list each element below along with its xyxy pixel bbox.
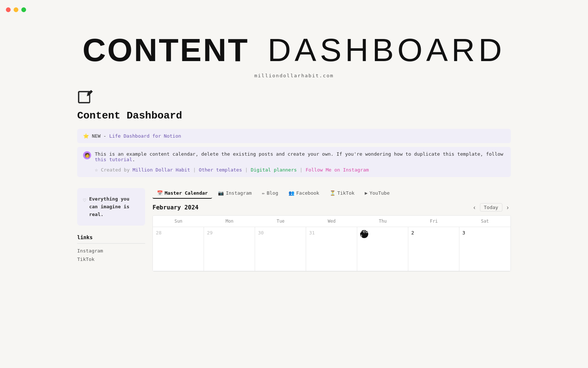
quote-box: ♡ Everything you can imagine is real.: [77, 188, 145, 226]
hero-title-light: DASHBOARD: [268, 32, 505, 68]
separator-1: |: [193, 167, 196, 173]
tab-blog-label: Blog: [267, 190, 278, 196]
quote-text: Everything you can imagine is real.: [89, 195, 139, 218]
links-section: links Instagram TikTok: [77, 234, 145, 263]
avatar: 🧑: [83, 151, 91, 159]
calendar-header: February 2024 ‹ Today ›: [153, 203, 511, 212]
tab-tiktok-label: TikTok: [337, 190, 355, 196]
tab-facebook[interactable]: 👥 Facebook: [284, 188, 324, 199]
today-button[interactable]: Today: [480, 203, 502, 212]
tab-master-calendar-label: Master Calendar: [165, 190, 208, 196]
titlebar: [0, 0, 588, 19]
day-label-wed: Wed: [306, 216, 357, 227]
cal-date-jan30: 30: [258, 230, 303, 236]
star-icon: ☆: [95, 167, 98, 173]
hero-banner: CONTENT DASHBOARD milliondollarhabit.com: [0, 19, 588, 89]
blog-icon: ✏️: [262, 190, 265, 196]
master-calendar-icon: 📅: [157, 190, 163, 196]
life-dashboard-link[interactable]: Life Dashboard for Notion: [109, 133, 181, 139]
digital-planners-link[interactable]: Digital planners: [251, 167, 297, 173]
page-header: Content Dashboard: [77, 89, 511, 121]
tabs: 📅 Master Calendar 📷 Instagram ✏️ Blog 👥 …: [153, 188, 511, 199]
cal-date-jan31: 31: [309, 230, 354, 236]
tab-blog[interactable]: ✏️ Blog: [258, 188, 283, 199]
day-label-sun: Sun: [153, 216, 204, 227]
tab-facebook-label: Facebook: [296, 190, 319, 196]
heart-icon: ♡: [83, 196, 86, 204]
calendar-month: February 2024: [153, 204, 198, 211]
info-banner: 🧑 This is an example content calendar, d…: [77, 147, 511, 177]
created-by-label: Created by: [101, 167, 129, 173]
day-label-tue: Tue: [255, 216, 306, 227]
tab-instagram[interactable]: 📷 Instagram: [214, 188, 256, 199]
instagram-follow-link[interactable]: Follow Me on Instagram: [305, 167, 369, 173]
tiktok-icon: ⏳: [330, 190, 336, 196]
day-label-sat: Sat: [459, 216, 510, 227]
info-text-main: This is an example content calendar, del…: [95, 151, 503, 157]
calendar-section: 📅 Master Calendar 📷 Instagram ✏️ Blog 👥 …: [153, 188, 511, 272]
youtube-icon: ▶: [365, 190, 368, 196]
tab-instagram-label: Instagram: [226, 190, 251, 196]
links-divider: [77, 243, 145, 244]
prev-month-button[interactable]: ‹: [471, 204, 477, 212]
minimize-button[interactable]: [14, 7, 18, 12]
next-month-button[interactable]: ›: [505, 204, 511, 212]
link-item-instagram[interactable]: Instagram: [77, 247, 145, 255]
calendar-nav: ‹ Today ›: [471, 203, 511, 212]
day-label-thu: Thu: [357, 216, 408, 227]
banner-links-row: ☆ Created by Million Dollar Habit | Othe…: [83, 167, 505, 173]
cal-cell-jan28[interactable]: 28: [153, 227, 204, 271]
maximize-button[interactable]: [21, 7, 26, 12]
calendar-grid: Sun Mon Tue Wed Thu Fri Sat 28 29: [153, 215, 511, 272]
day-label-mon: Mon: [204, 216, 255, 227]
separator-2: |: [245, 167, 248, 173]
new-label: NEW -: [92, 133, 106, 139]
hero-subtitle: milliondollarhabit.com: [0, 73, 588, 78]
hero-title-bold: CONTENT: [82, 32, 249, 68]
cal-cell-jan31[interactable]: 31: [306, 227, 357, 271]
cal-cell-jan29[interactable]: 29: [204, 227, 255, 271]
cal-date-feb2: 2: [411, 230, 456, 236]
hero-title: CONTENT DASHBOARD: [0, 34, 588, 66]
tab-youtube-label: YouTube: [369, 190, 390, 196]
other-templates-link[interactable]: Other templates: [199, 167, 242, 173]
page-title: Content Dashboard: [77, 110, 511, 121]
info-text: This is an example content calendar, del…: [95, 151, 505, 162]
links-title: links: [77, 234, 145, 240]
cal-cell-jan30[interactable]: 30: [255, 227, 306, 271]
separator-3: |: [300, 167, 303, 173]
edit-icon: [77, 89, 93, 106]
cal-date-feb3: 3: [462, 230, 508, 236]
info-text-row: 🧑 This is an example content calendar, d…: [83, 151, 505, 162]
day-label-fri: Fri: [408, 216, 459, 227]
star-emoji: ⭐: [83, 133, 89, 139]
million-dollar-habit-link[interactable]: Million Dollar Habit: [133, 167, 190, 173]
page-icon-wrapper: [77, 89, 511, 106]
tutorial-link[interactable]: this tutorial: [95, 157, 132, 162]
calendar-body: 28 29 30 31 Feb 1 2: [153, 227, 510, 271]
sidebar: ♡ Everything you can imagine is real. li…: [77, 188, 145, 272]
new-banner: ⭐ NEW - Life Dashboard for Notion: [77, 129, 511, 143]
cal-date-jan28: 28: [156, 230, 201, 236]
facebook-icon: 👥: [288, 190, 294, 196]
tab-youtube[interactable]: ▶ YouTube: [361, 188, 394, 199]
cal-cell-feb2[interactable]: 2: [408, 227, 459, 271]
tab-tiktok[interactable]: ⏳ TikTok: [325, 188, 359, 199]
tab-master-calendar[interactable]: 📅 Master Calendar: [153, 188, 212, 199]
link-item-tiktok[interactable]: TikTok: [77, 255, 145, 263]
calendar-days-header: Sun Mon Tue Wed Thu Fri Sat: [153, 216, 510, 227]
cal-cell-feb3[interactable]: 3: [459, 227, 510, 271]
cal-date-jan29: 29: [207, 230, 252, 236]
instagram-icon: 📷: [218, 190, 224, 196]
main-grid: ♡ Everything you can imagine is real. li…: [77, 188, 511, 272]
cal-cell-feb1[interactable]: Feb 1: [357, 227, 408, 271]
close-button[interactable]: [6, 7, 11, 12]
cal-date-feb1: Feb 1: [360, 230, 368, 238]
